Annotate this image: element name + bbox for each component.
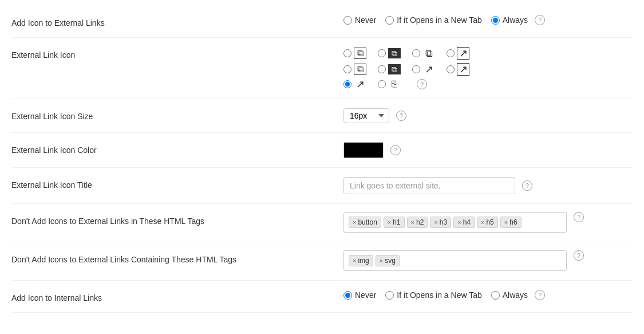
internal-if-opens-tab-label: If it Opens in a New Tab (397, 290, 481, 300)
icon-option-10[interactable]: ⎘ (378, 80, 401, 89)
icon-option-5[interactable]: ⧉ (343, 64, 366, 75)
add-icon-internal-radio-group: Never If it Opens in a New Tab Always (343, 290, 528, 300)
internal-never-radio[interactable] (343, 291, 352, 300)
tag-h5: ×h5 (477, 217, 498, 228)
icon-option-6[interactable]: ⧉ (378, 64, 401, 74)
icon-preview-7: ↗ (422, 64, 435, 74)
add-icon-internal-row: Add Icon to Internal Links Never If it O… (11, 281, 633, 313)
tag-h4-remove[interactable]: × (457, 219, 461, 226)
tag-h2: ×h2 (407, 217, 428, 228)
always-option[interactable]: Always (491, 15, 528, 25)
external-link-icon-color-row: External Link Icon Color ? (11, 133, 633, 168)
containing-tags-input-container[interactable]: ×img ×svg (343, 250, 567, 271)
internal-always-option[interactable]: Always (491, 290, 528, 300)
icon-option-4[interactable]: ↗ (447, 47, 469, 60)
if-opens-tab-label: If it Opens in a New Tab (397, 15, 481, 25)
icon-radio-10[interactable] (378, 80, 386, 88)
never-option[interactable]: Never (343, 15, 376, 25)
internal-always-radio[interactable] (491, 291, 500, 300)
internal-never-option[interactable]: Never (343, 290, 376, 300)
icon-radio-1[interactable] (343, 49, 351, 57)
tag-h1-remove[interactable]: × (388, 219, 391, 226)
icon-row-3: ↗ ⎘ ? (343, 79, 469, 89)
tag-h3: ×h3 (430, 217, 451, 228)
settings-container: Add Icon to External Links Never If it O… (0, 0, 644, 319)
icon-radio-3[interactable] (412, 49, 420, 57)
icon-size-help[interactable]: ? (396, 111, 406, 121)
dont-add-icons-containing-row: Don't Add Icons to External Links Contai… (11, 242, 633, 281)
external-link-icon-help[interactable]: ? (417, 79, 427, 89)
icon-row-1: ⧉ ⧉ ⧉ ↗ (343, 47, 469, 60)
icon-radio-8[interactable] (447, 65, 455, 73)
external-link-icon-size-row: External Link Icon Size 12px 14px 16px 1… (11, 99, 633, 133)
dont-add-icons-containing-control: ×img ×svg ? (343, 250, 633, 271)
external-link-icon-title-control: ? (343, 177, 633, 194)
icon-option-3[interactable]: ⧉ (412, 48, 435, 58)
icon-radio-6[interactable] (378, 65, 386, 73)
tag-h2-remove[interactable]: × (411, 219, 414, 226)
external-link-icon-title-row: External Link Icon Title ? (11, 168, 633, 204)
icon-radio-5[interactable] (343, 65, 351, 73)
color-swatch[interactable] (343, 142, 384, 158)
icon-title-help[interactable]: ? (522, 180, 532, 191)
icon-radio-2[interactable] (378, 49, 386, 57)
never-label: Never (355, 15, 376, 25)
icon-radio-4[interactable] (447, 49, 455, 57)
icon-option-7[interactable]: ↗ (412, 64, 435, 74)
add-icon-external-radio-group: Never If it Opens in a New Tab Always (343, 15, 528, 25)
external-link-icon-row: External Link Icon ⧉ ⧉ ⧉ (11, 38, 633, 99)
add-icon-external-help[interactable]: ? (535, 15, 545, 25)
tag-h4: ×h4 (453, 217, 475, 228)
icon-radio-7[interactable] (412, 65, 420, 73)
icon-preview-10: ⎘ (388, 80, 401, 89)
external-link-icon-size-control: 12px 14px 16px 18px 20px 24px ? (343, 108, 633, 123)
add-icon-internal-help[interactable]: ? (535, 290, 545, 300)
icon-option-2[interactable]: ⧉ (378, 48, 401, 58)
html-tags-input-container[interactable]: ×button ×h1 ×h2 ×h3 ×h4 ×h5 ×h6 (343, 212, 567, 233)
internal-if-opens-tab-radio[interactable] (385, 291, 394, 300)
icon-preview-3: ⧉ (422, 48, 435, 58)
icon-color-help[interactable]: ? (390, 145, 401, 155)
external-link-icon-size-label: External Link Icon Size (11, 108, 343, 121)
add-icon-external-control: Never If it Opens in a New Tab Always ? (343, 15, 633, 25)
tag-h3-remove[interactable]: × (434, 219, 437, 226)
icon-title-input[interactable] (343, 177, 515, 194)
icon-option-9[interactable]: ↗ (343, 79, 366, 89)
never-radio[interactable] (343, 16, 352, 25)
dont-add-icons-containing-label: Don't Add Icons to External Links Contai… (11, 250, 343, 264)
html-tags-input-field[interactable] (524, 218, 562, 227)
tag-h5-remove[interactable]: × (481, 219, 484, 226)
icon-option-1[interactable]: ⧉ (343, 48, 366, 59)
add-icon-external-label: Add Icon to External Links (11, 15, 343, 27)
always-radio[interactable] (491, 16, 500, 25)
icon-preview-6: ⧉ (388, 64, 401, 74)
dont-add-icons-html-tags-label: Don't Add Icons to External Links in The… (11, 212, 343, 226)
if-opens-tab-option[interactable]: If it Opens in a New Tab (385, 15, 481, 25)
external-link-icon-label: External Link Icon (11, 47, 343, 60)
external-link-icon-color-control: ? (343, 142, 633, 158)
tag-svg-remove[interactable]: × (380, 258, 383, 264)
internal-never-label: Never (355, 290, 376, 300)
icon-radio-9[interactable] (343, 80, 351, 88)
icon-size-select[interactable]: 12px 14px 16px 18px 20px 24px (343, 108, 389, 123)
tag-img-remove[interactable]: × (353, 258, 356, 264)
external-link-icon-color-label: External Link Icon Color (11, 142, 343, 155)
icon-option-8[interactable]: ↗ (447, 63, 469, 76)
icon-grid: ⧉ ⧉ ⧉ ↗ (343, 47, 469, 89)
always-label: Always (503, 15, 528, 25)
tag-h6-remove[interactable]: × (504, 219, 508, 226)
internal-if-opens-tab-option[interactable]: If it Opens in a New Tab (385, 290, 481, 300)
containing-tags-help[interactable]: ? (574, 250, 584, 261)
html-tags-help[interactable]: ? (574, 212, 584, 222)
tag-button-remove[interactable]: × (353, 219, 356, 226)
tag-img: ×img (349, 255, 373, 266)
color-swatch-container (343, 142, 384, 158)
containing-tags-input-field[interactable] (402, 257, 562, 265)
icon-preview-5: ⧉ (354, 64, 366, 75)
internal-always-label: Always (503, 290, 528, 300)
if-opens-tab-radio[interactable] (385, 16, 394, 25)
tag-h6: ×h6 (500, 217, 521, 228)
icon-preview-8: ↗ (457, 63, 469, 76)
dont-add-icons-html-tags-row: Don't Add Icons to External Links in The… (11, 204, 633, 242)
tag-h1: ×h1 (384, 217, 405, 228)
